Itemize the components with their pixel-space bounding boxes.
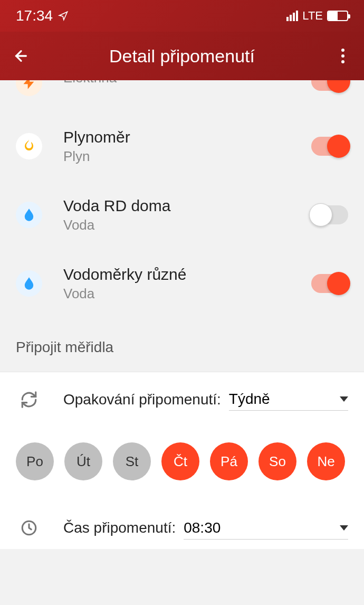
repeat-label: Opakování připomenutí:	[63, 391, 221, 408]
status-time: 17:34	[16, 7, 53, 24]
back-button[interactable]	[5, 40, 37, 72]
meter-text: Vodoměrky různé Voda	[63, 266, 311, 302]
repeat-icon	[16, 391, 42, 409]
chevron-down-icon	[340, 525, 348, 531]
days-row: Po Út St Čt Pá So Ne	[0, 427, 364, 496]
day-chip-st[interactable]: St	[113, 442, 151, 480]
day-chip-pa[interactable]: Pá	[210, 442, 248, 480]
status-bar: 17:34 LTE	[0, 0, 364, 32]
content: Elektroměr Garáž Elektřina Plynoměr Plyn…	[0, 80, 364, 605]
meter-title: Vodoměrky různé	[63, 266, 311, 283]
meter-row-electric[interactable]: Elektroměr Garáž Elektřina	[0, 80, 364, 112]
location-icon	[58, 11, 69, 21]
page-title: Detail připomenutí	[37, 46, 327, 67]
status-left: 17:34	[16, 7, 69, 24]
time-value: 08:30	[184, 519, 221, 536]
clock-icon	[16, 519, 42, 537]
water-icon	[16, 202, 42, 228]
time-label: Čas připomenutí:	[63, 519, 176, 536]
overflow-menu-button[interactable]	[327, 40, 359, 72]
meter-row-water-home[interactable]: Voda RD doma Voda	[0, 181, 364, 249]
time-dropdown[interactable]: 08:30	[184, 517, 348, 540]
water-icon	[16, 270, 42, 297]
settings-card: Opakování připomenutí: Týdně Po Út St Čt…	[0, 372, 364, 549]
meter-toggle-gas[interactable]	[311, 137, 348, 156]
app-bar: Detail připomenutí	[0, 32, 364, 80]
meter-sub: Plyn	[63, 148, 311, 165]
day-chip-so[interactable]: So	[258, 442, 296, 480]
day-chip-po[interactable]: Po	[16, 442, 54, 480]
meter-text: Voda RD doma Voda	[63, 197, 311, 233]
meter-text: Elektroměr Garáž Elektřina	[63, 80, 311, 86]
meter-toggle-water-various[interactable]	[311, 274, 348, 293]
attach-meters-label: Připojit měřidla	[0, 318, 364, 372]
meter-title: Plynoměr	[63, 128, 311, 146]
meter-title: Voda RD doma	[63, 197, 311, 215]
battery-icon	[327, 11, 348, 21]
meter-sub: Voda	[63, 217, 311, 233]
meter-row-gas[interactable]: Plynoměr Plyn	[0, 112, 364, 181]
meter-sub: Voda	[63, 286, 311, 302]
meter-toggle-electric[interactable]	[311, 80, 348, 91]
status-right: LTE	[286, 9, 348, 23]
flame-icon	[16, 133, 42, 159]
meter-row-water-various[interactable]: Vodoměrky různé Voda	[0, 249, 364, 318]
electric-icon	[16, 80, 42, 96]
day-chip-ut[interactable]: Út	[64, 442, 102, 480]
repeat-value: Týdně	[229, 391, 270, 408]
repeat-row: Opakování připomenutí: Týdně	[0, 372, 364, 427]
day-chip-ct[interactable]: Čt	[161, 442, 199, 480]
time-row: Čas připomenutí: 08:30	[0, 496, 364, 549]
chevron-down-icon	[340, 396, 348, 402]
meter-text: Plynoměr Plyn	[63, 128, 311, 165]
network-label: LTE	[302, 9, 323, 23]
day-chip-ne[interactable]: Ne	[307, 442, 345, 480]
signal-icon	[286, 11, 298, 21]
repeat-dropdown[interactable]: Týdně	[229, 388, 348, 411]
meter-sub: Elektřina	[63, 80, 311, 86]
meter-toggle-water-home[interactable]	[311, 205, 348, 224]
